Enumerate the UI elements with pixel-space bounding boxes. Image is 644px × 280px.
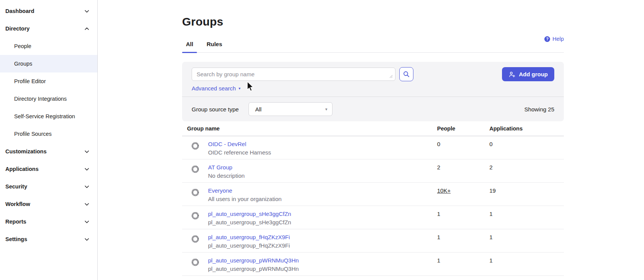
sidebar-item-groups[interactable]: Groups [0,55,97,72]
group-name-link[interactable]: pl_auto_usergroup_pWRNMuQ3Hn [208,256,299,265]
table-row: Everyone All users in your organization … [182,183,564,206]
help-label: Help [552,36,564,42]
add-group-button[interactable]: Add group [502,67,554,81]
table-row: pl_auto_usergroup_sHe3ggCfZn pl_auto_use… [182,206,564,229]
search-button[interactable] [399,67,413,81]
sidebar-item-label: Reports [5,219,26,225]
sidebar-item-label: People [14,43,31,49]
people-count: 1 [437,229,489,252]
group-description: All users in your organization [208,195,282,203]
group-icon [191,165,199,173]
table-row: AT Group No description 2 2 [182,159,564,183]
tab-rules[interactable]: Rules [203,41,226,52]
help-icon: ? [544,36,550,42]
applications-count: 1 [489,229,564,252]
group-name-link[interactable]: AT Group [208,163,245,172]
advanced-search-link[interactable]: Advanced search ▾ [192,85,240,92]
resize-handle-icon[interactable] [389,75,393,78]
chevron-down-icon [84,219,89,224]
applications-count: 2 [489,159,564,182]
sidebar-item-label: Directory Integrations [14,96,67,102]
search-icon [403,71,410,77]
chevron-down-icon [84,9,89,14]
column-header-people: People [437,126,489,132]
sidebar-item-label: Applications [5,166,39,172]
search-filter-card: Advanced search ▾ Add group Group source… [182,62,564,121]
sidebar: Dashboard Directory People Groups Profil… [0,0,98,280]
sidebar-item-self-service-registration[interactable]: Self-Service Registration [0,108,97,125]
sidebar-item-directory-integrations[interactable]: Directory Integrations [0,90,97,108]
chevron-down-icon [84,237,89,242]
applications-count: 19 [489,183,564,206]
chevron-down-icon [84,167,89,172]
group-icon [191,258,199,266]
people-count: 2 [437,159,489,182]
chevron-down-icon [84,202,89,207]
sidebar-item-profile-editor[interactable]: Profile Editor [0,72,97,90]
tab-all[interactable]: All [182,41,197,52]
group-icon [191,212,199,220]
group-source-type-select[interactable]: All ▾ [249,102,332,116]
group-icon [191,235,199,243]
sidebar-item-label: Profile Editor [14,78,46,84]
applications-count: 0 [489,136,564,159]
group-description: pl_auto_usergroup_pWRNMuQ3Hn [208,265,299,273]
sidebar-item-label: Self-Service Registration [14,113,75,119]
table-header: Group name People Applications [182,121,564,136]
sidebar-item-label: Settings [5,236,27,242]
table-row: OIDC - DevRel OIDC reference Harness 0 0 [182,136,564,159]
group-description: pl_auto_usergroup_fHqZKzX9Fi [208,241,290,250]
caret-down-icon: ▾ [239,87,240,90]
sidebar-item-reports[interactable]: Reports [0,213,97,230]
sidebar-item-label: Customizations [5,148,47,154]
tab-bar: All Rules [182,41,564,53]
sidebar-item-label: Dashboard [5,8,34,14]
chevron-up-icon [84,26,89,31]
sidebar-item-customizations[interactable]: Customizations [0,143,97,160]
sidebar-item-people[interactable]: People [0,37,97,55]
sidebar-item-applications[interactable]: Applications [0,160,97,178]
sidebar-item-workflow[interactable]: Workflow [0,195,97,213]
help-link[interactable]: ? Help [544,36,564,42]
caret-down-icon: ▾ [325,107,328,112]
sidebar-item-label: Directory [5,26,30,32]
applications-count: 1 [489,206,564,229]
sidebar-item-profile-sources[interactable]: Profile Sources [0,125,97,143]
column-header-applications: Applications [489,126,564,132]
people-count-link[interactable]: 10K+ [437,187,450,194]
group-name-link[interactable]: pl_auto_usergroup_fHqZKzX9Fi [208,233,290,241]
page-title: Groups [182,15,564,28]
group-description: No description [208,172,245,180]
advanced-search-label: Advanced search [192,85,236,92]
sidebar-item-label: Security [5,183,27,190]
people-count: 1 [437,206,489,229]
applications-count: 1 [489,253,564,275]
group-icon [191,188,199,196]
group-source-type-label: Group source type [192,106,239,113]
sidebar-item-directory[interactable]: Directory [0,20,97,37]
people-count: 1 [437,253,489,275]
sidebar-item-settings[interactable]: Settings [0,230,97,248]
sidebar-item-security[interactable]: Security [0,178,97,195]
column-header-group-name: Group name [182,126,437,132]
group-name-link[interactable]: Everyone [208,187,282,195]
chevron-down-icon [84,149,89,154]
select-value: All [255,106,261,113]
main-area: Groups ? Help All Rules [98,0,644,280]
group-description: OIDC reference Harness [208,148,271,157]
add-group-label: Add group [519,71,548,77]
sidebar-item-label: Profile Sources [14,131,52,137]
group-name-link[interactable]: pl_auto_usergroup_sHe3ggCfZn [208,210,291,218]
sidebar-item-dashboard[interactable]: Dashboard [0,2,97,20]
table-row: pl_auto_usergroup_fHqZKzX9Fi pl_auto_use… [182,229,564,253]
search-input[interactable] [192,68,395,81]
add-group-icon [508,71,515,78]
sidebar-item-label: Workflow [5,201,30,207]
showing-count: Showing 25 [525,106,554,113]
group-icon [191,142,199,150]
sidebar-item-label: Groups [14,61,32,67]
chevron-down-icon [84,184,89,189]
group-description: pl_auto_usergroup_sHe3ggCfZn [208,218,291,227]
people-count: 0 [437,136,489,159]
group-name-link[interactable]: OIDC - DevRel [208,140,271,148]
